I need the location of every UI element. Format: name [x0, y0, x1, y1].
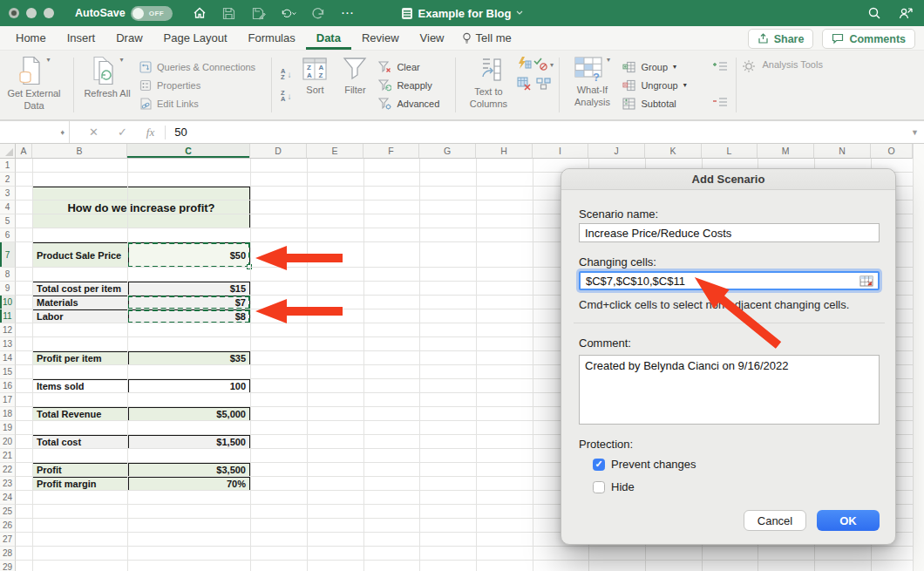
tab-insert[interactable]: Insert [57, 27, 106, 50]
row-header-1[interactable]: 1 [0, 159, 16, 173]
row-header-28[interactable]: 28 [0, 547, 16, 561]
table-row-14[interactable]: Profit per item$35 [32, 351, 250, 365]
cell-B22[interactable]: Profit [33, 464, 128, 476]
hide-checkbox[interactable] [593, 481, 605, 493]
undo-icon[interactable] [281, 5, 296, 21]
hide-checkbox-row[interactable]: Hide [593, 480, 635, 493]
tab-data[interactable]: Data [306, 27, 351, 50]
column-header-E[interactable]: E [307, 144, 363, 159]
table-row-9[interactable]: Total cost per item$15 [32, 282, 250, 296]
prevent-changes-checkbox-row[interactable]: ✓ Prevent changes [593, 458, 696, 471]
tab-tell-me[interactable]: Tell me [462, 31, 512, 44]
cell-B11[interactable]: Labor [33, 310, 128, 323]
search-icon[interactable] [866, 5, 882, 21]
home-icon[interactable] [192, 5, 207, 21]
sort-descending-button[interactable]: ZA↓ [281, 90, 291, 103]
column-header-C[interactable]: C [127, 144, 250, 159]
row-header-5[interactable]: 5 [0, 214, 16, 228]
clear-filter-button[interactable]: Clear [378, 60, 446, 73]
cell-C11[interactable]: $8 [128, 310, 249, 323]
row-header-12[interactable]: 12 [0, 323, 16, 337]
get-external-data-button[interactable]: ▾ Get External Data [0, 51, 68, 119]
row-header-14[interactable]: 14 [0, 351, 16, 365]
ungroup-button[interactable]: Ungroup ▾ [622, 78, 706, 92]
column-header-F[interactable]: F [363, 144, 419, 159]
comment-input[interactable]: Created by Belynda Cianci on 9/16/2022 [579, 355, 880, 425]
row-header-10[interactable]: 10 [0, 296, 16, 309]
cancel-button[interactable]: Cancel [744, 510, 806, 531]
column-header-N[interactable]: N [814, 144, 871, 159]
column-header-O[interactable]: O [871, 144, 913, 159]
confirm-entry-icon[interactable]: ✓ [118, 126, 127, 139]
row-header-27[interactable]: 27 [0, 533, 16, 547]
table-row-11[interactable]: Labor$8 [32, 309, 250, 323]
row-header-26[interactable]: 26 [0, 519, 16, 533]
save-icon[interactable] [221, 5, 237, 21]
row-header-21[interactable]: 21 [0, 449, 16, 463]
column-header-I[interactable]: I [533, 144, 588, 159]
reapply-filter-button[interactable]: Reapply [378, 78, 446, 92]
column-header-D[interactable]: D [250, 144, 307, 159]
queries-connections-button[interactable]: Queries & Connections [139, 60, 262, 73]
remove-duplicates-icon[interactable] [517, 77, 532, 94]
name-box[interactable]: ▲▼ [0, 121, 70, 143]
cell-C16[interactable]: 100 [128, 380, 249, 392]
share-button[interactable]: Share [748, 29, 814, 49]
vertical-scrollbar[interactable] [913, 144, 924, 571]
tab-home[interactable]: Home [5, 27, 57, 50]
table-row-23[interactable]: Profit margin70% [32, 477, 250, 491]
cell-B10[interactable]: Materials [33, 296, 128, 309]
row-header-19[interactable]: 19 [0, 421, 16, 435]
cell-C14[interactable]: $35 [128, 352, 249, 364]
autosave-toggle[interactable]: OFF [131, 6, 173, 21]
column-header-H[interactable]: H [476, 144, 533, 159]
subtotal-button[interactable]: Subtotal [622, 97, 706, 110]
cell-B16[interactable]: Items sold [33, 380, 128, 392]
properties-button[interactable]: Properties [139, 78, 262, 92]
row-header-17[interactable]: 17 [0, 393, 16, 407]
analysis-tools-button[interactable]: Analysis Tools [742, 51, 823, 119]
edit-links-button[interactable]: Edit Links [139, 97, 262, 110]
tab-view[interactable]: View [410, 27, 455, 50]
tab-page-layout[interactable]: Page Layout [153, 27, 238, 50]
filter-button[interactable]: Filter [335, 51, 375, 119]
row-header-7[interactable]: 7 [0, 242, 16, 268]
column-header-A[interactable]: A [16, 144, 32, 159]
hide-detail-icon[interactable] [711, 95, 729, 111]
minimize-window-button[interactable] [26, 8, 37, 18]
table-row-20[interactable]: Total cost$1,500 [32, 435, 250, 449]
sort-button[interactable]: ZAAZ Sort [295, 51, 335, 119]
column-header-B[interactable]: B [32, 144, 127, 159]
prevent-changes-checkbox[interactable]: ✓ [593, 459, 605, 471]
tab-formulas[interactable]: Formulas [238, 27, 306, 50]
range-picker-icon[interactable] [859, 275, 873, 289]
column-header-G[interactable]: G [419, 144, 476, 159]
changing-cells-input[interactable]: $C$7,$C$10,$C$11 [579, 271, 880, 290]
row-header-9[interactable]: 9 [0, 282, 16, 296]
cell-B18[interactable]: Total Revenue [33, 408, 128, 420]
tab-review[interactable]: Review [351, 27, 410, 50]
refresh-all-button[interactable]: ▾ Refresh All [79, 51, 135, 119]
cancel-entry-icon[interactable]: ✕ [89, 126, 99, 139]
formula-bar-expand-icon[interactable]: ▼ [911, 128, 919, 137]
table-row-7[interactable]: Product Sale Price$50 [32, 242, 250, 268]
data-validation-icon[interactable]: ▾ [533, 58, 554, 71]
row-header-3[interactable]: 3 [0, 187, 16, 201]
zoom-window-button[interactable] [44, 8, 54, 18]
cell-B14[interactable]: Profit per item [33, 352, 128, 364]
row-header-2[interactable]: 2 [0, 173, 16, 187]
cell-B23[interactable]: Profit margin [33, 478, 128, 490]
row-header-22[interactable]: 22 [0, 463, 16, 477]
column-header-L[interactable]: L [702, 144, 758, 159]
consolidate-icon[interactable] [536, 77, 551, 94]
share-user-icon[interactable] [898, 5, 914, 21]
row-header-4[interactable]: 4 [0, 201, 16, 214]
row-header-16[interactable]: 16 [0, 379, 16, 393]
cell-C9[interactable]: $15 [128, 282, 249, 295]
what-if-analysis-button[interactable]: ? ▾ What-If Analysis [565, 51, 619, 119]
table-row-16[interactable]: Items sold100 [32, 379, 250, 393]
text-to-columns-button[interactable]: Text to Columns [461, 51, 515, 119]
cell-C10[interactable]: $7 [128, 296, 249, 309]
row-header-11[interactable]: 11 [0, 309, 16, 323]
document-title[interactable]: Example for Blog [418, 7, 512, 20]
